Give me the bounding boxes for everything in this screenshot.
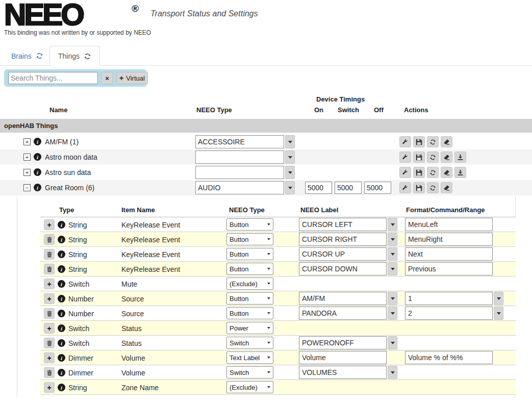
neeo-label-input[interactable] (299, 247, 387, 261)
clear-search-button[interactable]: × (101, 72, 113, 84)
neeo-type-select[interactable]: Switch (226, 366, 273, 378)
delete-channel-button[interactable] (44, 338, 55, 348)
delete-channel-button[interactable] (44, 308, 55, 319)
erase-button[interactable] (441, 136, 452, 147)
save-button[interactable] (413, 136, 425, 147)
add-virtual-button[interactable]: + Virtual (116, 72, 148, 84)
timing-switch-input[interactable] (335, 182, 362, 194)
neeo-label-dropdown-button[interactable] (388, 292, 397, 305)
add-channel-button[interactable]: + (44, 279, 55, 289)
info-icon[interactable]: i (58, 265, 65, 273)
timing-on-input[interactable] (305, 182, 332, 194)
neeo-label-dropdown-button[interactable] (388, 336, 397, 349)
info-icon[interactable]: i (58, 324, 65, 332)
tab-things[interactable]: Things (49, 46, 100, 66)
format-input[interactable] (405, 233, 493, 246)
neeo-type-dropdown-button[interactable] (285, 135, 295, 148)
neeo-label-dropdown-button[interactable] (388, 247, 397, 261)
add-channel-button[interactable]: + (44, 293, 55, 304)
add-channel-button[interactable]: + (44, 382, 55, 393)
search-input[interactable] (8, 72, 98, 84)
neeo-type-select[interactable]: Text Label (226, 351, 273, 364)
export-button[interactable] (454, 152, 466, 163)
neeo-type-input[interactable] (195, 181, 284, 194)
save-button[interactable] (413, 182, 425, 193)
info-icon[interactable]: i (34, 184, 41, 191)
neeo-type-dropdown-button[interactable] (285, 150, 295, 164)
delete-channel-button[interactable] (44, 234, 55, 245)
assign-items-button[interactable] (399, 182, 411, 193)
neeo-type-select[interactable]: (Exclude) (226, 381, 273, 393)
refresh-button[interactable] (427, 136, 439, 147)
neeo-type-select[interactable]: (Exclude) (226, 277, 273, 290)
neeo-type-select[interactable]: Button (226, 248, 273, 260)
tab-brains[interactable]: Brains (3, 46, 52, 66)
format-input[interactable] (405, 262, 493, 275)
neeo-type-select[interactable]: Button (226, 263, 273, 275)
info-icon[interactable]: i (58, 339, 65, 347)
format-input[interactable] (405, 307, 493, 320)
export-button[interactable] (454, 167, 466, 178)
assign-items-button[interactable] (399, 167, 411, 178)
info-icon[interactable]: i (58, 354, 65, 362)
delete-channel-button[interactable] (44, 264, 55, 274)
refresh-button[interactable] (427, 152, 439, 163)
info-icon[interactable]: i (58, 280, 65, 288)
format-dropdown-button[interactable] (494, 292, 503, 305)
collapse-button[interactable]: − (23, 184, 31, 191)
neeo-label-dropdown-button[interactable] (388, 262, 397, 275)
neeo-label-dropdown-button[interactable] (388, 366, 397, 379)
neeo-type-dropdown-button[interactable] (285, 166, 295, 179)
neeo-label-input[interactable] (299, 307, 387, 320)
format-input[interactable] (405, 292, 493, 305)
neeo-label-input[interactable] (299, 262, 387, 275)
neeo-type-dropdown-button[interactable] (285, 181, 295, 194)
info-icon[interactable]: i (58, 310, 65, 317)
info-icon[interactable]: i (58, 250, 65, 258)
assign-items-button[interactable] (399, 152, 411, 163)
info-icon[interactable]: i (34, 168, 41, 176)
neeo-label-input[interactable] (299, 351, 387, 364)
neeo-label-input[interactable] (299, 336, 387, 349)
neeo-label-dropdown-button[interactable] (388, 233, 397, 246)
info-icon[interactable]: i (58, 221, 65, 229)
neeo-type-select[interactable]: Button (226, 307, 273, 319)
add-channel-button[interactable]: + (44, 219, 55, 230)
info-icon[interactable]: i (58, 236, 65, 243)
neeo-type-select[interactable]: Button (226, 292, 273, 305)
info-icon[interactable]: i (34, 153, 41, 161)
info-icon[interactable]: i (58, 295, 65, 302)
neeo-label-dropdown-button[interactable] (388, 307, 397, 320)
neeo-type-select[interactable]: Button (226, 218, 273, 231)
refresh-button[interactable] (427, 182, 439, 193)
neeo-type-select[interactable]: Power (226, 322, 273, 334)
assign-items-button[interactable] (399, 136, 411, 147)
info-icon[interactable]: i (58, 369, 65, 376)
erase-button[interactable] (441, 152, 452, 163)
refresh-button[interactable] (427, 167, 439, 178)
format-input[interactable] (405, 218, 493, 231)
neeo-type-input[interactable] (195, 135, 284, 148)
delete-channel-button[interactable] (44, 367, 55, 378)
expand-button[interactable]: + (23, 169, 31, 176)
neeo-label-dropdown-button[interactable] (388, 218, 397, 231)
expand-button[interactable]: + (23, 154, 31, 161)
format-input[interactable] (405, 351, 493, 364)
save-button[interactable] (413, 152, 425, 163)
add-channel-button[interactable]: + (44, 323, 55, 334)
info-icon[interactable]: i (58, 384, 65, 391)
format-dropdown-button[interactable] (494, 307, 503, 320)
neeo-label-input[interactable] (299, 366, 387, 379)
erase-button[interactable] (441, 182, 452, 193)
expand-button[interactable]: + (23, 138, 31, 145)
add-channel-button[interactable]: + (44, 352, 55, 363)
info-icon[interactable]: i (34, 138, 41, 145)
neeo-type-select[interactable]: Switch (226, 337, 273, 349)
format-input[interactable] (405, 247, 493, 261)
neeo-type-input[interactable] (195, 150, 284, 164)
neeo-type-select[interactable]: Button (226, 233, 273, 245)
timing-off-input[interactable] (364, 182, 391, 194)
neeo-label-input[interactable] (299, 218, 387, 231)
delete-channel-button[interactable] (44, 249, 55, 260)
neeo-label-input[interactable] (299, 292, 387, 305)
